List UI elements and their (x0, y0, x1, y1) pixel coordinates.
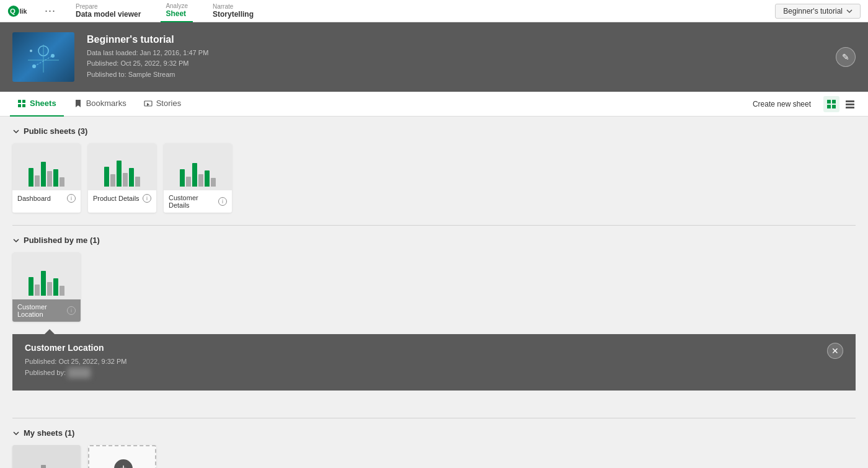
info-icon[interactable]: i (218, 197, 227, 206)
tutorial-label: Beginner's tutorial (783, 7, 843, 15)
header-panel: Beginner's tutorial Data last loaded: Ja… (0, 22, 868, 92)
sheet-thumbnail (88, 143, 156, 190)
sheet-footer: Customer Details i (164, 190, 232, 213)
svg-rect-19 (846, 100, 854, 102)
my-section-label: My sheets (1) (24, 428, 74, 438)
chevron-down-icon (846, 8, 852, 14)
info-icon[interactable]: i (67, 306, 76, 315)
my-sheets-grid: Private sheet – sample i + Create new sh… (12, 445, 856, 468)
create-new-sheet-card[interactable]: + Create new sheet (88, 445, 156, 468)
published-date: Published: Oct 25, 2022, 9:32 PM (87, 58, 208, 69)
edit-icon: ✎ (842, 52, 849, 62)
nav-narrate[interactable]: Narrate Storytelling (208, 0, 259, 22)
close-icon: ✕ (831, 346, 839, 356)
sheet-name: Customer Details (169, 194, 218, 209)
sheet-card-product-details[interactable]: Product Details i (88, 143, 156, 213)
nav-narrate-section: Narrate (213, 3, 254, 10)
tab-stories-label: Stories (156, 99, 181, 108)
my-section-header[interactable]: My sheets (1) (12, 428, 856, 438)
tooltip-published: Published: Oct 25, 2022, 9:32 PM (25, 356, 843, 368)
tab-bookmarks-label: Bookmarks (86, 99, 126, 108)
svg-rect-14 (144, 101, 152, 106)
tooltip-close-button[interactable]: ✕ (827, 343, 843, 359)
public-section-header[interactable]: Public sheets (3) (12, 126, 856, 136)
svg-rect-16 (832, 100, 836, 104)
tab-stories[interactable]: Stories (136, 92, 188, 117)
tabs-bar: Sheets Bookmarks Stories Create new shee… (0, 92, 868, 117)
sheet-name: Dashboard (17, 195, 51, 202)
list-view-button[interactable] (842, 96, 858, 112)
svg-rect-21 (846, 107, 854, 108)
tab-sheets-label: Sheets (30, 99, 56, 108)
tooltip-title: Customer Location (25, 343, 843, 353)
plus-icon: + (114, 459, 133, 468)
public-section-label: Public sheets (3) (24, 126, 87, 136)
sheet-name: CustomerLocation (17, 303, 47, 318)
sheet-footer: CustomerLocation i (12, 299, 81, 322)
app-info: Beginner's tutorial Data last loaded: Ja… (87, 34, 208, 81)
chevron-down-icon (12, 430, 20, 437)
chevron-down-icon (12, 237, 20, 244)
logo[interactable]: Q lik (7, 5, 30, 17)
sheet-name: Product Details (93, 195, 140, 202)
tooltip-arrow (45, 329, 55, 334)
published-to: Published to: Sample Stream (87, 69, 208, 81)
tooltip-published-by: Published by: (25, 368, 843, 379)
thumbnail-graphic (22, 38, 65, 76)
sheet-card-customer-location[interactable]: CustomerLocation i (12, 252, 81, 322)
svg-text:Q: Q (10, 7, 16, 15)
public-sheets-grid: Dashboard i Product Details i (12, 143, 856, 213)
main-content: Public sheets (3) Dashboard i (0, 117, 868, 468)
sheet-footer: Dashboard i (12, 190, 81, 206)
tab-sheets[interactable]: Sheets (10, 92, 64, 117)
svg-rect-15 (827, 100, 831, 104)
svg-text:lik: lik (20, 7, 27, 15)
app-title: Beginner's tutorial (87, 34, 208, 45)
data-loaded: Data last loaded: Jan 12, 2016, 1:47 PM (87, 48, 208, 59)
info-icon[interactable]: i (67, 194, 76, 203)
create-sheet-button[interactable]: Create new sheet (748, 97, 816, 111)
svg-point-8 (30, 50, 32, 52)
nav-prepare[interactable]: Prepare Data model viewer (71, 0, 146, 22)
info-icon[interactable]: i (143, 194, 151, 203)
grid-view-button[interactable] (823, 96, 839, 112)
view-toggle (823, 96, 858, 112)
grid-icon (826, 99, 836, 109)
tooltip-blurred-name (68, 368, 91, 379)
sheet-footer: Product Details i (88, 190, 156, 206)
tooltip-panel: Customer Location Published: Oct 25, 202… (12, 334, 856, 391)
sheets-icon (17, 99, 26, 108)
section-divider-2 (12, 418, 856, 418)
new-sheet-thumb: + (89, 446, 156, 468)
svg-rect-20 (846, 104, 854, 105)
top-nav: Q lik ··· Prepare Data model viewer Anal… (0, 0, 868, 22)
svg-rect-17 (827, 105, 831, 108)
sheet-card-private-sample[interactable]: Private sheet – sample i (12, 445, 81, 468)
sheet-card-customer-details[interactable]: Customer Details i (164, 143, 232, 213)
sheet-thumbnail (12, 252, 81, 299)
tutorial-button[interactable]: Beginner's tutorial (775, 4, 861, 19)
stories-icon (144, 99, 153, 108)
published-section-label: Published by me (1) (24, 236, 100, 245)
tab-bookmarks[interactable]: Bookmarks (66, 92, 134, 117)
nav-narrate-item: Storytelling (213, 10, 254, 19)
nav-analyze-item: Sheet (166, 9, 188, 18)
sheet-card-dashboard[interactable]: Dashboard i (12, 143, 81, 213)
list-icon (845, 99, 855, 109)
edit-button[interactable]: ✎ (836, 47, 856, 67)
nav-prepare-section: Prepare (76, 3, 141, 10)
bookmarks-icon (74, 99, 82, 108)
section-divider (12, 225, 856, 226)
nav-analyze[interactable]: Analyze Sheet (161, 0, 193, 22)
more-dots[interactable]: ··· (45, 4, 56, 17)
sheet-thumbnail (12, 143, 81, 190)
svg-rect-12 (18, 104, 21, 107)
svg-rect-18 (832, 105, 836, 108)
nav-analyze-section: Analyze (166, 2, 188, 9)
chevron-down-icon (12, 128, 20, 135)
sheet-thumbnail (164, 143, 232, 190)
app-thumbnail (12, 32, 74, 82)
svg-rect-13 (22, 104, 25, 107)
published-section-header[interactable]: Published by me (1) (12, 236, 856, 245)
spacer (12, 391, 856, 415)
